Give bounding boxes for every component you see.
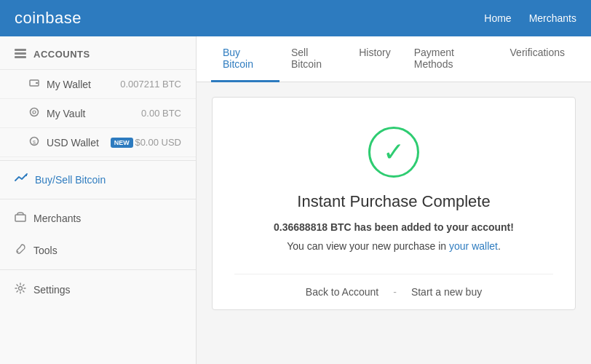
card-footer: Back to Account - Start a new buy (234, 274, 553, 309)
vault-balance: 0.00 BTC (141, 108, 181, 119)
tools-label: Tools (33, 245, 57, 256)
new-badge: NEW (111, 138, 133, 148)
success-sub-text: You can view your new purchase in (287, 240, 449, 252)
tabs-bar: Buy Bitcoin Sell Bitcoin History Payment… (197, 36, 591, 82)
svg-text:$: $ (33, 140, 36, 145)
svg-point-11 (19, 287, 23, 290)
main-layout: Accounts My Wallet 0.007211 BTC (0, 36, 591, 364)
success-title: Instant Purchase Complete (297, 192, 490, 211)
my-wallet-item[interactable]: My Wallet 0.007211 BTC (0, 70, 196, 99)
success-card: ✓ Instant Purchase Complete 0.36688818 B… (212, 97, 576, 310)
tools-icon (15, 243, 26, 257)
merchants-item[interactable]: Merchants (0, 202, 196, 234)
tab-sell-bitcoin[interactable]: Sell Bitcoin (279, 36, 347, 82)
header-nav: Home Merchants (484, 12, 576, 24)
accounts-section-header: Accounts (0, 36, 196, 70)
vault-label: My Vault (47, 108, 85, 119)
wallet-label: My Wallet (47, 79, 91, 90)
accounts-label: Accounts (33, 49, 90, 60)
merchants-sidebar-icon (15, 212, 26, 224)
merchants-sidebar-label: Merchants (33, 213, 81, 224)
wallet-balance: 0.007211 BTC (120, 79, 181, 90)
checkmark-icon: ✓ (383, 139, 405, 165)
main-content: Buy Bitcoin Sell Bitcoin History Payment… (197, 36, 591, 364)
my-vault-item[interactable]: My Vault 0.00 BTC (0, 99, 196, 128)
usd-wallet-item[interactable]: $ USD Wallet NEW $0.00 USD (0, 128, 196, 157)
nav-merchants[interactable]: Merchants (529, 12, 576, 24)
back-to-account-link[interactable]: Back to Account (306, 286, 378, 298)
accounts-icon (15, 48, 26, 60)
svg-rect-4 (36, 82, 38, 84)
sidebar-divider-3 (0, 269, 196, 270)
settings-item[interactable]: Settings (0, 273, 196, 306)
tab-verifications[interactable]: Verifications (499, 36, 576, 82)
usd-wallet-balance: $0.00 USD (135, 137, 181, 148)
tab-buy-bitcoin[interactable]: Buy Bitcoin (211, 36, 279, 82)
start-new-buy-link[interactable]: Start a new buy (411, 286, 482, 298)
usd-wallet-label: USD Wallet (47, 137, 99, 149)
svg-point-5 (31, 108, 39, 116)
sidebar-divider-2 (0, 199, 196, 199)
svg-rect-0 (15, 49, 26, 51)
buy-sell-bitcoin-item[interactable]: Buy/Sell Bitcoin (0, 164, 196, 196)
tab-payment-methods[interactable]: Payment Methods (402, 36, 499, 82)
svg-rect-9 (15, 215, 25, 221)
nav-home[interactable]: Home (484, 12, 511, 24)
svg-rect-2 (15, 56, 26, 58)
header: coinbase Home Merchants (0, 0, 591, 36)
success-sub-end: . (498, 240, 501, 252)
sidebar-divider-1 (0, 160, 196, 161)
buy-sell-icon (15, 173, 28, 186)
footer-divider: - (393, 286, 397, 298)
svg-rect-1 (15, 52, 26, 55)
wallet-icon (29, 78, 39, 90)
settings-label: Settings (33, 284, 71, 296)
svg-point-6 (33, 111, 36, 114)
sidebar: Accounts My Wallet 0.007211 BTC (0, 36, 197, 364)
usd-icon: $ (29, 136, 39, 149)
buy-sell-label: Buy/Sell Bitcoin (35, 174, 106, 186)
logo: coinbase (15, 9, 82, 28)
vault-icon (29, 107, 39, 119)
tab-history[interactable]: History (347, 36, 402, 82)
success-icon-circle: ✓ (368, 127, 419, 178)
settings-icon (15, 282, 26, 296)
success-sub: You can view your new purchase in your w… (287, 240, 501, 252)
tools-item[interactable]: Tools (0, 234, 196, 266)
wallet-link[interactable]: your wallet (449, 240, 498, 252)
content-area: ✓ Instant Purchase Complete 0.36688818 B… (197, 82, 591, 364)
success-message: 0.36688818 BTC has been added to your ac… (274, 221, 514, 233)
